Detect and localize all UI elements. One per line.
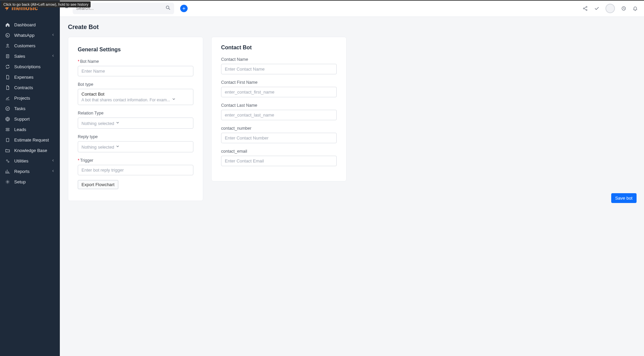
contact-number-field: contact_number: [221, 125, 337, 143]
chevron-down-icon: [171, 97, 176, 102]
contact-first-label: Contact First Name: [221, 80, 258, 85]
sidebar-item-utilities[interactable]: Utilities: [0, 156, 60, 166]
window-top-edge: [0, 0, 644, 1]
chart-icon: [5, 96, 10, 101]
check-icon[interactable]: [594, 6, 599, 11]
sidebar-item-sales[interactable]: Sales: [0, 51, 60, 61]
contact-email-field: contact_email: [221, 148, 337, 166]
user-icon: [5, 43, 10, 48]
sidebar-item-label: Sales: [14, 54, 25, 59]
sidebar: memosic DashboardWhatsAppCustomersSalesS…: [0, 0, 60, 356]
svg-rect-7: [6, 130, 9, 131]
reply-type-field: Reply type Nothing selected: [78, 133, 193, 152]
bot-type-label: Bot type: [78, 82, 93, 87]
sidebar-item-projects[interactable]: Projects: [0, 93, 60, 103]
refresh-icon: [5, 64, 10, 69]
bot-name-input[interactable]: [78, 66, 193, 76]
sidebar-item-dashboard[interactable]: Dashboard: [0, 20, 60, 30]
home-icon: [5, 22, 10, 27]
contact-bot-card: Contact Bot Contact Name Contact First N…: [211, 37, 347, 181]
sidebar-item-support[interactable]: Support: [0, 114, 60, 124]
sidebar-item-label: Leads: [14, 127, 26, 132]
general-settings-title: General Settings: [78, 47, 193, 53]
sidebar-item-tasks[interactable]: Tasks: [0, 103, 60, 114]
relation-type-placeholder: Nothing selected: [81, 121, 114, 126]
sidebar-item-subscriptions[interactable]: Subscriptions: [0, 61, 60, 72]
page-title: Create Bot: [68, 24, 636, 31]
reply-type-select[interactable]: Nothing selected: [78, 141, 193, 152]
svg-rect-8: [6, 138, 9, 142]
sidebar-item-customers[interactable]: Customers: [0, 41, 60, 51]
sidebar-item-leads[interactable]: Leads: [0, 124, 60, 135]
share-icon[interactable]: [582, 6, 588, 11]
contact-number-input[interactable]: [221, 133, 337, 143]
whatsapp-icon: [5, 33, 10, 38]
life-icon: [5, 117, 10, 122]
sidebar-item-knowledge-base[interactable]: Knowledge Base: [0, 145, 60, 156]
contact-bot-title: Contact Bot: [221, 45, 337, 51]
add-button[interactable]: [180, 5, 188, 12]
sidebar-item-reports[interactable]: Reports: [0, 166, 60, 177]
contact-name-field: Contact Name: [221, 56, 337, 74]
back-tooltip: Click to go back (Alt+Left arrow), hold …: [1, 1, 91, 7]
sidebar-item-label: Subscriptions: [14, 64, 41, 69]
sidebar-item-label: Knowledge Base: [14, 148, 47, 153]
sidebar-item-label: Projects: [14, 96, 30, 101]
sidebar-item-label: Estimate Request: [14, 137, 49, 143]
save-bot-button[interactable]: Save bot: [611, 193, 637, 203]
sidebar-item-label: Utilities: [14, 158, 28, 163]
sidebar-item-label: Customers: [14, 43, 35, 48]
svg-point-5: [7, 118, 8, 120]
sidebar-item-label: Setup: [14, 179, 26, 184]
sidebar-item-setup[interactable]: Setup: [0, 177, 60, 187]
reply-type-label: Reply type: [78, 134, 98, 139]
sidebar-item-estimate-request[interactable]: Estimate Request: [0, 135, 60, 145]
relation-type-field: Relation Type Nothing selected: [78, 110, 193, 129]
sidebar-item-label: Tasks: [14, 106, 25, 111]
doc-icon: [5, 75, 10, 80]
contact-last-input[interactable]: [221, 110, 337, 120]
bot-type-field: Bot type Contact Bot A bot that shares c…: [78, 81, 193, 105]
bell-icon[interactable]: [633, 6, 638, 11]
avatar[interactable]: [605, 4, 615, 13]
cog-icon: [5, 158, 10, 163]
contact-email-input[interactable]: [221, 156, 337, 166]
trigger-input[interactable]: [78, 165, 193, 175]
sidebar-item-label: Support: [14, 117, 30, 122]
svg-rect-6: [6, 128, 9, 129]
chevron-down-icon: [115, 145, 120, 150]
contact-first-input[interactable]: [221, 87, 337, 97]
contact-number-label: contact_number: [221, 126, 252, 131]
bot-type-select[interactable]: Contact Bot A bot that shares contact in…: [78, 89, 193, 105]
bot-name-label: Bot Name: [80, 59, 99, 64]
svg-point-11: [7, 181, 8, 183]
chevron-left-icon: [51, 158, 55, 163]
export-flowchart-button[interactable]: Export Flowchart: [78, 180, 118, 189]
svg-point-0: [5, 33, 9, 37]
trigger-field: *Trigger: [78, 157, 193, 175]
sidebar-item-label: Contracts: [14, 85, 33, 90]
sidebar-item-label: WhatsApp: [14, 33, 34, 38]
doc2-icon: [5, 137, 10, 143]
sidebar-item-expenses[interactable]: Expenses: [0, 72, 60, 82]
relation-type-select[interactable]: Nothing selected: [78, 118, 193, 129]
main-nav: DashboardWhatsAppCustomersSalesSubscript…: [0, 16, 60, 187]
sidebar-item-label: Dashboard: [14, 22, 36, 27]
contact-last-label: Contact Last Name: [221, 103, 257, 108]
contact-email-label: contact_email: [221, 149, 247, 154]
bot-type-value: Contact Bot: [81, 92, 104, 97]
chevron-down-icon: [115, 121, 120, 126]
bot-name-field: *Bot Name: [78, 58, 193, 76]
chevron-left-icon: [51, 169, 55, 174]
contact-last-field: Contact Last Name: [221, 102, 337, 120]
clock-icon[interactable]: [621, 6, 626, 11]
sidebar-item-label: Expenses: [14, 75, 33, 80]
general-settings-card: General Settings *Bot Name Bot type Cont…: [68, 37, 203, 201]
sidebar-item-whatsapp[interactable]: WhatsApp: [0, 30, 60, 41]
search-icon[interactable]: [165, 5, 171, 12]
receipt-icon: [5, 54, 10, 59]
contact-name-label: Contact Name: [221, 57, 248, 62]
sidebar-item-contracts[interactable]: Contracts: [0, 82, 60, 93]
contact-name-input[interactable]: [221, 64, 337, 74]
leads-icon: [5, 127, 10, 132]
